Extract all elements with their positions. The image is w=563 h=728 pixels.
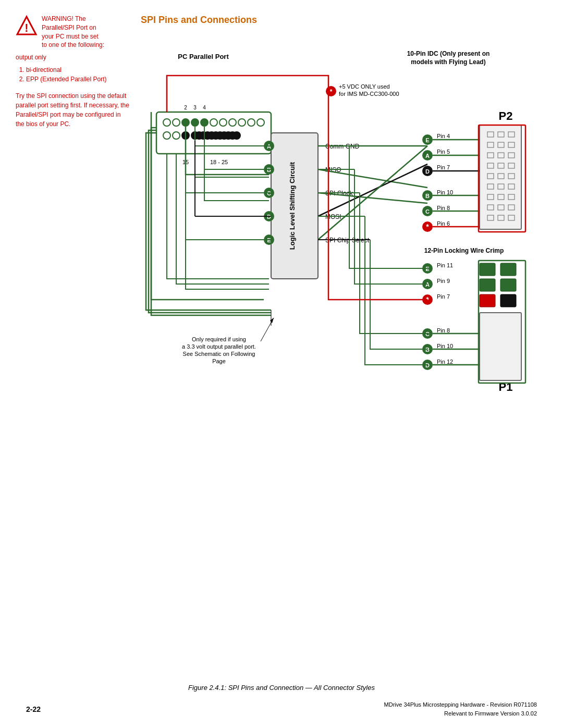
svg-text:3: 3	[193, 105, 197, 110]
svg-rect-126	[480, 263, 495, 276]
page-footer: 2-22 MDrive 34Plus Microstepping Hardwar…	[26, 700, 537, 718]
svg-text:2: 2	[184, 105, 187, 110]
svg-text:PC Parallel Port: PC Parallel Port	[178, 53, 229, 60]
svg-point-10	[163, 119, 170, 126]
svg-text:Pin 6: Pin 6	[437, 220, 450, 227]
warning-list: bi-directional EPP (Extended Parallel Po…	[16, 65, 130, 84]
warning-box: ! WARNING! The Parallel/SPI Port on your…	[16, 15, 130, 129]
svg-rect-62	[480, 125, 521, 229]
svg-text:Pin 8: Pin 8	[437, 205, 450, 211]
svg-text:Pin 12: Pin 12	[437, 359, 453, 365]
svg-text:12-Pin Locking Wire Crimp: 12-Pin Locking Wire Crimp	[424, 247, 504, 254]
svg-point-34	[233, 132, 240, 139]
svg-text:See Schematic on Following: See Schematic on Following	[183, 351, 255, 357]
svg-point-12	[182, 119, 189, 126]
svg-text:E: E	[425, 137, 429, 143]
warning-output: output only	[16, 54, 130, 61]
svg-rect-131	[500, 294, 516, 307]
svg-text:Pin 4: Pin 4	[437, 133, 450, 139]
svg-marker-163	[270, 318, 274, 323]
svg-text:Logic Level Shifting Circuit: Logic Level Shifting Circuit	[288, 162, 296, 250]
svg-point-15	[210, 119, 217, 126]
svg-text:Pin 7: Pin 7	[437, 164, 450, 170]
svg-point-19	[248, 119, 255, 126]
warning-note: Try the SPI connection using the default…	[16, 91, 130, 129]
svg-point-16	[219, 119, 227, 126]
page-number: 2-22	[26, 705, 41, 713]
svg-text:Pin 10: Pin 10	[437, 189, 453, 195]
svg-point-22	[173, 132, 180, 139]
svg-text:for IMS MD-CC300-000: for IMS MD-CC300-000	[339, 91, 399, 97]
svg-text:Pin 7: Pin 7	[437, 293, 450, 300]
svg-text:P2: P2	[499, 109, 513, 122]
svg-point-11	[173, 119, 180, 126]
svg-text:Pin 10: Pin 10	[437, 343, 453, 349]
svg-rect-127	[500, 263, 516, 276]
footer-info: MDrive 34Plus Microstepping Hardware - R…	[384, 700, 537, 718]
svg-rect-132	[480, 313, 521, 380]
svg-text:Pin 9: Pin 9	[437, 278, 450, 284]
figure-caption: Figure 2.4.1: SPI Pins and Connection — …	[188, 684, 375, 692]
svg-text:D: D	[425, 168, 430, 175]
svg-text:Page: Page	[212, 358, 226, 364]
svg-text:Pin 8: Pin 8	[437, 327, 450, 334]
svg-rect-129	[500, 279, 516, 291]
svg-text:a 3.3 volt output parallel por: a 3.3 volt output parallel port.	[182, 343, 256, 350]
svg-text:10-Pin IDC (Only present on: 10-Pin IDC (Only present on	[407, 50, 490, 57]
svg-text:A: A	[425, 153, 430, 159]
svg-text:*: *	[330, 88, 333, 95]
doc-subtitle: Relevant to Firmware Version 3.0.02	[384, 709, 537, 718]
svg-text:18 - 25: 18 - 25	[210, 159, 228, 165]
svg-point-14	[201, 119, 208, 126]
svg-text:Pin 5: Pin 5	[437, 149, 450, 155]
svg-point-18	[238, 119, 246, 126]
svg-rect-130	[480, 294, 495, 307]
svg-text:Only required if using: Only required if using	[192, 336, 246, 342]
svg-rect-128	[480, 279, 495, 291]
warning-text: WARNING! The Parallel/SPI Port on your P…	[42, 15, 104, 50]
main-diagram: PC Parallel Port 10-Pin IDC (Only presen…	[115, 50, 553, 414]
svg-text:C: C	[425, 208, 430, 215]
doc-title: MDrive 34Plus Microstepping Hardware - R…	[384, 700, 537, 709]
svg-text:*: *	[426, 223, 429, 231]
svg-line-59	[318, 193, 427, 203]
svg-text:4: 4	[203, 105, 206, 110]
warning-icon: !	[16, 15, 38, 36]
svg-text:B: B	[425, 193, 430, 199]
svg-point-20	[257, 119, 264, 126]
svg-text:Pin 11: Pin 11	[437, 262, 453, 268]
svg-point-21	[163, 132, 170, 139]
svg-point-17	[229, 119, 236, 126]
svg-text:!: !	[25, 21, 28, 34]
page-title: SPI Pins and Connections	[141, 15, 257, 26]
svg-point-13	[191, 119, 199, 126]
svg-text:+5 VDC ONLY used: +5 VDC ONLY used	[339, 83, 390, 90]
svg-text:models with Flying Lead): models with Flying Lead)	[411, 58, 485, 66]
